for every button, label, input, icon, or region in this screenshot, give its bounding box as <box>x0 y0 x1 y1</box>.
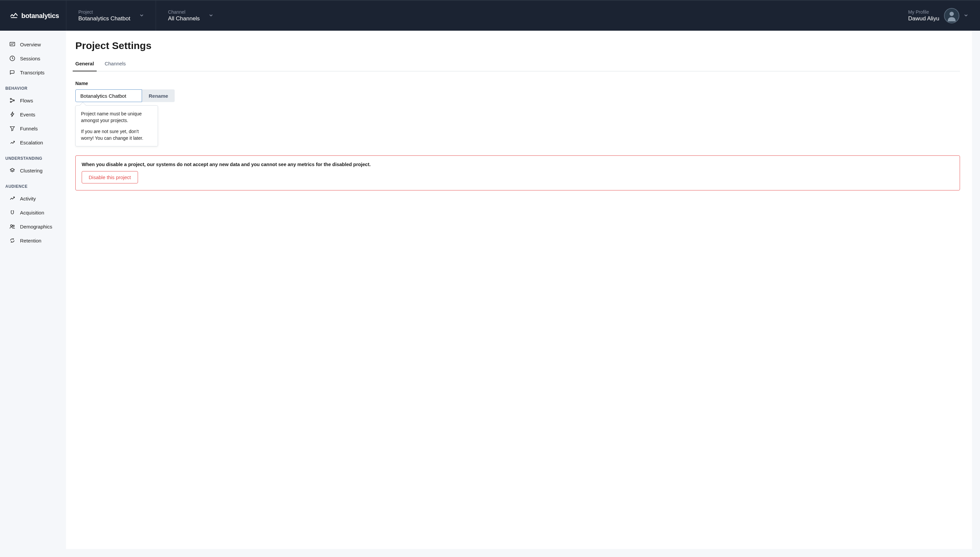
sidebar-item-label: Acquisition <box>20 210 44 215</box>
sidebar-item-label: Activity <box>20 196 36 202</box>
sidebar: Overview Sessions Transcripts BEHAVIOR F… <box>0 31 66 557</box>
logo-icon <box>9 11 19 20</box>
refresh-icon <box>9 238 15 243</box>
topbar: botanalytics Project Botanalytics Chatbo… <box>0 0 980 31</box>
trend-icon <box>9 195 15 202</box>
danger-text: When you disable a project, our systems … <box>82 162 954 167</box>
tooltip-line: Project name must be unique amongst your… <box>81 111 153 124</box>
sidebar-item-label: Events <box>20 112 35 117</box>
magnet-icon <box>9 210 15 215</box>
sidebar-item-label: Sessions <box>20 56 41 61</box>
tooltip-line: If you are not sure yet, don't worry! Yo… <box>81 128 153 142</box>
brand-name: botanalytics <box>21 12 59 20</box>
sidebar-item-demographics[interactable]: Demographics <box>0 220 66 233</box>
name-label: Name <box>75 81 960 86</box>
avatar <box>944 8 959 23</box>
project-name-input[interactable] <box>75 90 142 102</box>
danger-box: When you disable a project, our systems … <box>75 155 960 191</box>
channel-label: Channel <box>168 9 200 15</box>
users-icon <box>9 223 15 230</box>
svg-point-1 <box>950 12 954 16</box>
sidebar-item-overview[interactable]: Overview <box>0 37 66 51</box>
svg-point-4 <box>10 98 12 100</box>
sidebar-item-label: Overview <box>20 42 41 47</box>
funnel-icon <box>9 125 15 132</box>
svg-point-5 <box>10 101 12 103</box>
profile-label: My Profile <box>908 9 939 15</box>
svg-point-8 <box>13 225 15 227</box>
chevron-down-icon <box>209 13 213 18</box>
sidebar-item-clustering[interactable]: Clustering <box>0 163 66 178</box>
sidebar-item-label: Demographics <box>20 224 52 230</box>
overview-icon <box>9 41 15 47</box>
sidebar-item-label: Clustering <box>20 168 43 173</box>
profile-value: Dawud Aliyu <box>908 15 939 22</box>
name-row: Rename Project name must be unique among… <box>75 90 960 102</box>
name-tooltip: Project name must be unique amongst your… <box>75 106 158 147</box>
bolt-icon <box>9 111 15 117</box>
tab-general[interactable]: General <box>75 61 94 71</box>
sidebar-header-audience: AUDIENCE <box>0 178 66 191</box>
layers-icon <box>9 168 15 173</box>
sidebar-item-sessions[interactable]: Sessions <box>0 51 66 65</box>
project-value: Botanalytics Chatbot <box>78 15 130 22</box>
sidebar-item-funnels[interactable]: Funnels <box>0 121 66 135</box>
sidebar-header-understanding: UNDERSTANDING <box>0 150 66 163</box>
svg-point-6 <box>13 100 15 101</box>
tab-channels[interactable]: Channels <box>105 61 126 71</box>
page-title: Project Settings <box>75 40 960 51</box>
sidebar-item-acquisition[interactable]: Acquisition <box>0 205 66 220</box>
sidebar-item-events[interactable]: Events <box>0 107 66 121</box>
sidebar-item-label: Funnels <box>20 126 38 132</box>
sidebar-item-escalation[interactable]: Escalation <box>0 135 66 150</box>
chevron-down-icon <box>964 13 968 18</box>
project-label: Project <box>78 9 130 15</box>
rename-button[interactable]: Rename <box>142 90 175 102</box>
sidebar-item-label: Retention <box>20 238 41 243</box>
clock-icon <box>9 55 15 61</box>
disable-project-button[interactable]: Disable this project <box>82 171 138 184</box>
sidebar-item-label: Transcripts <box>20 70 45 75</box>
channel-value: All Channels <box>168 15 200 22</box>
sidebar-item-retention[interactable]: Retention <box>0 233 66 248</box>
chevron-down-icon <box>140 13 144 18</box>
main-content: Project Settings General Channels Name R… <box>66 31 972 549</box>
flows-icon <box>9 98 15 103</box>
svg-point-7 <box>11 225 12 226</box>
danger-zone: When you disable a project, our systems … <box>75 155 960 191</box>
chat-icon <box>9 69 15 75</box>
escalation-icon <box>9 139 15 145</box>
channel-dropdown[interactable]: Channel All Channels <box>156 1 225 31</box>
profile-dropdown[interactable]: My Profile Dawud Aliyu <box>908 1 980 31</box>
sidebar-item-flows[interactable]: Flows <box>0 93 66 107</box>
tabs: General Channels <box>75 61 960 72</box>
sidebar-item-label: Flows <box>20 98 33 103</box>
sidebar-item-activity[interactable]: Activity <box>0 191 66 205</box>
sidebar-item-label: Escalation <box>20 140 43 145</box>
sidebar-header-behavior: BEHAVIOR <box>0 80 66 93</box>
sidebar-item-transcripts[interactable]: Transcripts <box>0 65 66 80</box>
project-dropdown[interactable]: Project Botanalytics Chatbot <box>67 1 156 31</box>
brand-logo[interactable]: botanalytics <box>0 1 66 31</box>
